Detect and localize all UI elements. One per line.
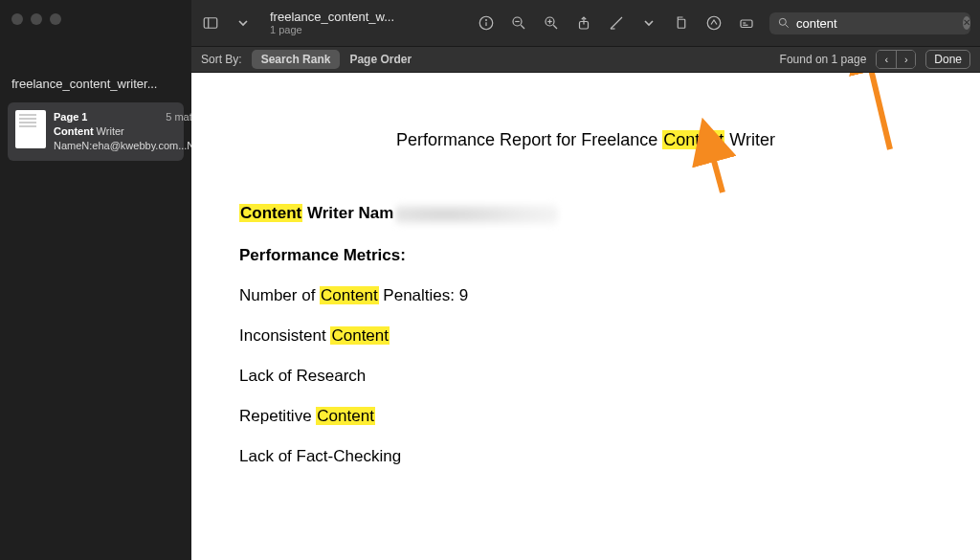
name-highlight: Content — [239, 204, 302, 222]
repetitive-highlight: Content — [316, 407, 375, 425]
snippet-highlight: Content — [54, 125, 94, 137]
heading-highlight: Content — [662, 130, 724, 149]
toolbar: freelance_content_w... 1 page — [191, 0, 980, 46]
metrics-heading: Performance Metrics: — [239, 246, 932, 265]
find-done-button[interactable]: Done — [925, 50, 970, 69]
sidebar: freelance_content_writer... Page 1 5 mat… — [0, 0, 191, 560]
zoom-out-icon[interactable] — [509, 13, 528, 33]
zoom-window-icon[interactable] — [50, 13, 61, 25]
svg-line-21 — [786, 25, 789, 28]
find-prev-button[interactable]: ‹ — [877, 51, 896, 68]
find-nav-controls: ‹ › — [876, 50, 916, 69]
document-title-block: freelance_content_w... 1 page — [270, 11, 404, 35]
search-input[interactable] — [796, 16, 957, 31]
document-title: freelance_content_w... — [270, 11, 404, 24]
minimize-window-icon[interactable] — [31, 13, 42, 25]
repetitive-line: Repetitive Content — [239, 407, 932, 426]
repetitive-pre: Repetitive — [239, 407, 316, 425]
penalties-highlight: Content — [320, 286, 379, 304]
document-viewport[interactable]: Performance Report for Freelance Content… — [191, 73, 980, 560]
svg-point-20 — [779, 18, 786, 25]
toolbar-search[interactable]: ✕ — [769, 12, 970, 34]
svg-rect-17 — [741, 20, 752, 28]
page-thumbnail-icon — [15, 110, 46, 148]
main-area: freelance_content_w... 1 page — [191, 0, 980, 560]
document-subtitle: 1 page — [270, 24, 404, 35]
zoom-in-icon[interactable] — [542, 13, 561, 33]
penalties-pre: Number of — [239, 286, 320, 304]
heading-pre: Performance Report for Freelance — [396, 130, 662, 149]
search-icon — [777, 16, 791, 30]
lack-factcheck-line: Lack of Fact-Checking — [239, 447, 932, 466]
svg-rect-15 — [678, 19, 685, 28]
window-controls — [0, 8, 191, 38]
sidebar-file-title: freelance_content_writer... — [0, 38, 191, 101]
sort-segmented-control: Search Rank — [252, 50, 341, 69]
close-window-icon[interactable] — [11, 13, 23, 25]
lack-research-line: Lack of Research — [239, 367, 932, 386]
penalties-line: Number of Content Penalties: 9 — [239, 286, 932, 305]
penalties-post: Penalties: 9 — [379, 286, 469, 304]
svg-line-9 — [553, 25, 557, 29]
sidebar-menu-chevron-icon[interactable] — [234, 13, 253, 33]
find-result-count: Found on 1 page — [780, 53, 867, 66]
heading-post: Writer — [724, 130, 775, 149]
redacted-blur — [395, 204, 558, 225]
document-heading: Performance Report for Freelance Content… — [239, 130, 932, 150]
writer-name-line: Content Writer Nam — [239, 204, 932, 225]
app-window: freelance_content_writer... Page 1 5 mat… — [0, 0, 980, 560]
search-result-meta: Page 1 5 matches Content Writer NameN:eh… — [54, 110, 214, 153]
rotate-icon[interactable] — [672, 13, 691, 33]
thumbnail-page-label: Page 1 — [54, 110, 87, 124]
sort-search-rank[interactable]: Search Rank — [252, 50, 341, 69]
find-bar: Sort By: Search Rank Page Order Found on… — [191, 46, 980, 73]
clear-search-icon[interactable]: ✕ — [963, 16, 970, 30]
name-rest: Writer Nam — [302, 204, 393, 222]
sort-by-label: Sort By: — [201, 53, 242, 66]
thumbnail-snippet: Content Writer NameN:eha@kwebby.com...Nu… — [54, 124, 214, 153]
markup-icon[interactable] — [704, 13, 724, 33]
document-page: Performance Report for Freelance Content… — [191, 73, 980, 560]
svg-rect-0 — [204, 18, 217, 29]
svg-line-6 — [521, 25, 524, 29]
inconsistent-line: Inconsistent Content — [239, 326, 932, 346]
inconsistent-pre: Inconsistent — [239, 326, 330, 345]
inconsistent-highlight: Content — [330, 326, 390, 345]
find-next-button[interactable]: › — [896, 51, 915, 68]
svg-point-16 — [707, 16, 721, 30]
svg-point-4 — [486, 20, 487, 21]
highlight-icon[interactable] — [607, 13, 626, 33]
highlight-menu-chevron-icon[interactable] — [639, 13, 658, 33]
info-icon[interactable] — [477, 13, 496, 33]
form-fill-icon[interactable] — [737, 13, 756, 33]
sidebar-toggle-icon[interactable] — [201, 13, 220, 33]
sort-page-order[interactable]: Page Order — [349, 53, 412, 66]
search-result-card[interactable]: Page 1 5 matches Content Writer NameN:eh… — [8, 102, 184, 161]
share-icon[interactable] — [574, 13, 593, 33]
